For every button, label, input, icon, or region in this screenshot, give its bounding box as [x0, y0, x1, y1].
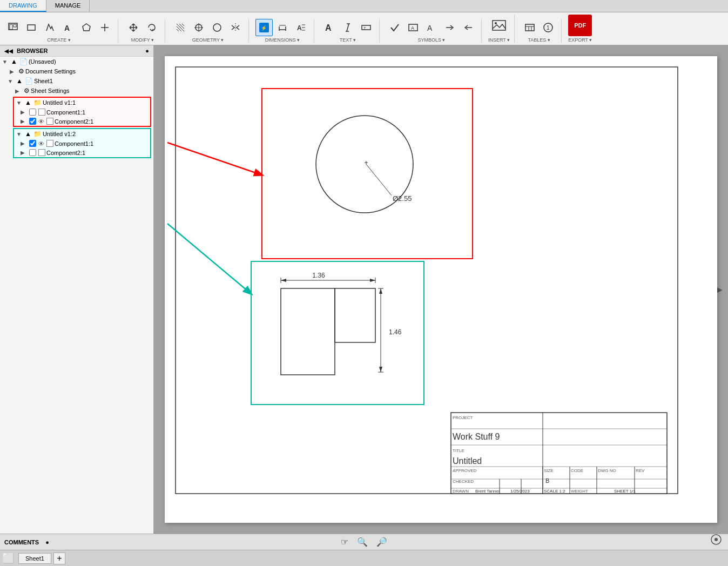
tool-text-italic[interactable]	[339, 19, 356, 36]
tree-item-sheet1[interactable]: ▼ ▲ 📄 Sheet1	[0, 76, 153, 86]
tb-drawn-by: Brent Tanner	[475, 489, 500, 494]
tab-manage[interactable]: MANAGE	[46, 0, 90, 12]
tree-label-v1-1: Untitled v1:1	[43, 99, 76, 106]
tool-home[interactable]	[4, 19, 22, 36]
toolbar-group-modify: MODIFY ▾	[125, 19, 165, 43]
tool-pan[interactable]: ☞	[338, 536, 352, 548]
modify-label[interactable]: MODIFY ▾	[131, 37, 154, 43]
tool-text-dim[interactable]: A	[292, 19, 309, 36]
tree-item-untitled-v1-1[interactable]: ▼ ▲ 📁 Untitled v1:1	[14, 98, 150, 107]
tb-rev-label: REV	[636, 468, 645, 473]
tool-image[interactable]	[488, 15, 510, 36]
tree-item-component1-2[interactable]: ▶ 👁 Component1:1	[14, 139, 150, 148]
export-label[interactable]: EXPORT ▾	[568, 37, 592, 43]
tool-text-box[interactable]: T	[358, 19, 375, 36]
export-tools: PDF	[568, 15, 592, 36]
tree-item-doc-settings[interactable]: ▶ ⚙ Document Settings	[0, 66, 153, 76]
tree-item-component2-2[interactable]: ▶ Component2:1	[14, 148, 150, 157]
tree-item-component2-1[interactable]: ▶ 👁 Component2:1	[14, 117, 150, 126]
tool-circle[interactable]	[208, 19, 226, 36]
text-label[interactable]: TEXT ▾	[340, 37, 356, 43]
tool-rect[interactable]	[23, 19, 40, 36]
toolbar-group-text: A T TEXT ▾	[321, 19, 380, 43]
symbols-label[interactable]: SYMBOLS ▾	[417, 37, 445, 43]
tables-label[interactable]: TABLES ▾	[528, 37, 550, 43]
tree-expand-sheet1[interactable]: ▼	[8, 78, 15, 84]
tool-plus[interactable]	[96, 19, 113, 36]
comments-pin[interactable]: ●	[45, 539, 49, 545]
checkbox-c2-2[interactable]	[29, 149, 36, 156]
bottom-bar: COMMENTS ● ☞ 🔍 🔎	[0, 534, 728, 550]
bottom-right-icon[interactable]	[711, 534, 722, 546]
tree-expand-doc-settings[interactable]: ▶	[10, 69, 17, 75]
tb-approved-label: APPROVED	[453, 468, 477, 473]
tool-export-pdf[interactable]: PDF	[568, 15, 592, 36]
tool-checkmark[interactable]	[386, 19, 403, 36]
tool-move[interactable]	[125, 19, 142, 36]
add-sheet-button[interactable]: +	[53, 552, 65, 564]
tab-drawing[interactable]: DRAWING	[0, 0, 46, 12]
svg-text:A: A	[325, 23, 332, 32]
svg-rect-1	[10, 24, 12, 30]
checkbox-c2-1[interactable]	[29, 118, 36, 125]
tb-title-label: TITLE	[453, 448, 464, 453]
tree-expand-c2-1[interactable]: ▶	[21, 118, 28, 124]
tree-item-component1-1[interactable]: ▶ Component1:1	[14, 107, 150, 117]
svg-point-61	[714, 538, 718, 541]
checkbox-c1-1[interactable]	[29, 109, 36, 116]
tree-item-untitled-v1-2[interactable]: ▼ ▲ 📁 Untitled v1:2	[14, 129, 150, 139]
tree-item-sheet-settings[interactable]: ▶ ⚙ Sheet Settings	[0, 86, 153, 96]
tb-drawn-date: 1/25/2023	[510, 489, 530, 494]
tool-text-A[interactable]: A	[321, 19, 338, 36]
tool-zoom-in[interactable]: 🔍	[354, 536, 371, 548]
tool-linear-dim[interactable]	[274, 19, 291, 36]
tree-expand-v1-2[interactable]: ▼	[16, 131, 24, 137]
tool-angle[interactable]: A	[423, 19, 440, 36]
tb-size-value: B	[545, 477, 549, 484]
eye-icon-c2-1[interactable]: 👁	[38, 118, 44, 125]
tab-bar: ⬜ Sheet1 +	[0, 550, 728, 566]
insert-label[interactable]: INSERT ▾	[488, 37, 510, 43]
tool-crosshatch[interactable]	[172, 19, 189, 36]
tool-polygon[interactable]	[78, 19, 95, 36]
tree-gear-icon-sheet: ⚙	[24, 87, 30, 95]
sheet-tab-1[interactable]: Sheet1	[18, 553, 51, 564]
tree-expand-unsaved[interactable]: ▼	[2, 59, 10, 65]
tool-table[interactable]	[521, 19, 538, 36]
tab-sheet-icon[interactable]: ⬜	[2, 552, 14, 564]
dimensions-label[interactable]: DIMENSIONS ▾	[265, 37, 300, 43]
tree-expand-v1-1[interactable]: ▼	[16, 100, 24, 106]
tree-expand-c1-2[interactable]: ▶	[21, 140, 28, 146]
tool-mirror[interactable]	[227, 19, 244, 36]
eye-icon-c1-2[interactable]: 👁	[38, 140, 44, 147]
tool-sketch[interactable]	[41, 19, 58, 36]
geometry-label[interactable]: GEOMETRY ▾	[192, 37, 224, 43]
tool-zoom-out[interactable]: 🔎	[373, 536, 390, 548]
view-box-red	[262, 89, 473, 259]
table-tools: 1	[521, 19, 557, 36]
canvas-area[interactable]: ◀ ▶ ▼ ▲ Ø2.55	[154, 45, 728, 534]
tool-arrow-left[interactable]	[460, 19, 477, 36]
checkbox-c1-2[interactable]	[29, 140, 36, 147]
tree-expand-c1-1[interactable]: ▶	[21, 109, 28, 115]
tool-text[interactable]: A	[59, 19, 77, 36]
tool-numbered[interactable]: 1	[540, 19, 557, 36]
dim-h-label: 1.36	[312, 272, 325, 279]
create-label[interactable]: CREATE ▾	[47, 37, 70, 43]
tree-expand-sheet-settings[interactable]: ▶	[15, 88, 23, 94]
tree-gear-icon: ⚙	[18, 68, 24, 75]
browser-pin[interactable]: ●	[145, 48, 149, 54]
tool-dimension-sym[interactable]: A	[405, 19, 422, 36]
tool-crosshair[interactable]	[190, 19, 207, 36]
tool-rotate[interactable]	[143, 19, 160, 36]
svg-line-9	[177, 26, 181, 31]
svg-text:A: A	[297, 24, 302, 32]
tree-label-v1-2: Untitled v1:2	[43, 131, 76, 137]
tree-expand-c2-2[interactable]: ▶	[21, 150, 28, 156]
tree-item-unsaved[interactable]: ▼ ▲ 📄 (Unsaved)	[0, 57, 153, 66]
tool-dimension-active[interactable]: ⚡	[255, 19, 273, 36]
red-annotation-arrow	[167, 143, 262, 175]
tool-arrow-right[interactable]	[441, 19, 459, 36]
geometry-tools	[172, 19, 244, 36]
modify-tools	[125, 19, 160, 36]
